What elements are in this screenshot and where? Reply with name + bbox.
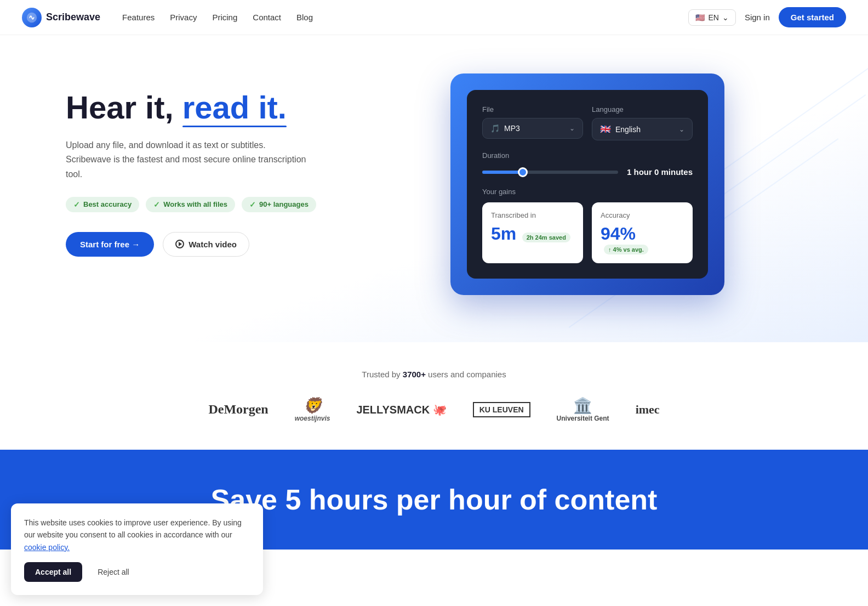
sign-in-button[interactable]: Sign in <box>745 13 770 22</box>
flag-icon: 🇺🇸 <box>695 13 705 22</box>
music-icon: 🎵 <box>490 124 500 133</box>
your-gains-label: Your gains <box>482 188 693 196</box>
accuracy-card: Accuracy 94% ↑ 4% vs avg. <box>592 202 693 263</box>
gains-row: Transcribed in 5m 2h 24m saved Accuracy … <box>482 202 693 263</box>
hero-title: Hear it, read it. <box>66 90 351 125</box>
language-field: Language 🇬🇧 English ⌄ <box>592 105 693 140</box>
nav-blog[interactable]: Blog <box>296 13 313 22</box>
cookie-message: This website uses cookies to improve use… <box>24 518 242 539</box>
badge-files: ✓ Works with all files <box>146 197 235 212</box>
lang-chevron-icon: ⌄ <box>679 126 684 133</box>
nav-features[interactable]: Features <box>122 13 155 22</box>
language-value: English <box>615 125 641 134</box>
ugent-logo: 🏛️ Universiteit Gent <box>557 397 609 422</box>
duration-label: Duration <box>482 151 693 160</box>
cookie-banner: This website uses cookies to improve use… <box>11 503 263 550</box>
imec-logo: imec <box>636 403 660 417</box>
transcribed-label: Transcribed in <box>491 211 574 219</box>
cookie-policy-link[interactable]: cookie policy. <box>24 543 70 550</box>
navbar: Scribewave Features Privacy Pricing Cont… <box>0 0 868 35</box>
lang-flag-icon: 🇬🇧 <box>600 124 611 134</box>
logo-text: Scribewave <box>46 12 100 23</box>
lang-label: EN <box>708 13 718 22</box>
hero-description: Upload any file, and download it as text… <box>66 138 307 182</box>
language-label: Language <box>592 105 693 114</box>
transcribed-card: Transcribed in 5m 2h 24m saved <box>482 202 583 263</box>
badge-languages: ✓ 90+ languages <box>242 197 316 212</box>
logo[interactable]: Scribewave <box>22 8 100 27</box>
check-icon-2: ✓ <box>153 200 160 209</box>
get-started-button[interactable]: Get started <box>779 7 846 27</box>
file-chevron-icon: ⌄ <box>569 124 575 132</box>
logos-row: DeMorgen 🦁 woestijnvis JELLYSMACK 🐙 KU L… <box>22 397 846 422</box>
slider-thumb <box>518 167 528 177</box>
language-select[interactable]: 🇬🇧 English ⌄ <box>592 118 693 140</box>
nav-contact[interactable]: Contact <box>253 13 281 22</box>
transcribed-value-row: 5m 2h 24m saved <box>491 224 574 244</box>
file-value: MP3 <box>504 124 520 133</box>
transcribed-value: 5m <box>491 224 516 243</box>
badge-accuracy: ✓ Best accuracy <box>66 197 139 212</box>
trusted-prefix: Trusted by <box>362 370 402 379</box>
check-icon: ✓ <box>73 200 80 209</box>
kuleuven-logo: KU LEUVEN <box>473 402 530 417</box>
duration-slider[interactable] <box>482 171 618 174</box>
hero-section: Hear it, read it. Upload any file, and d… <box>0 35 868 342</box>
woestijnvis-logo: 🦁 woestijnvis <box>295 397 330 422</box>
navbar-right: 🇺🇸 EN ⌄ Sign in Get started <box>688 7 846 27</box>
accuracy-badge: ↑ 4% vs avg. <box>604 245 648 254</box>
check-icon-3: ✓ <box>249 200 256 209</box>
duration-row: 1 hour 0 minutes <box>482 167 693 177</box>
watch-video-button[interactable]: Watch video <box>163 232 249 257</box>
badge-languages-text: 90+ languages <box>259 200 309 208</box>
navbar-left: Scribewave Features Privacy Pricing Cont… <box>22 8 313 27</box>
file-language-row: File 🎵 MP3 ⌄ Language <box>482 105 693 140</box>
accuracy-value-row: 94% ↑ 4% vs avg. <box>601 224 684 254</box>
slider-fill <box>482 171 523 174</box>
language-selector[interactable]: 🇺🇸 EN ⌄ <box>688 9 735 26</box>
trusted-count: 3700+ <box>403 370 426 379</box>
hero-right: File 🎵 MP3 ⌄ Language <box>351 68 824 295</box>
start-for-free-button[interactable]: Start for free → <box>66 232 154 257</box>
trusted-suffix: users and companies <box>426 370 506 379</box>
badge-files-text: Works with all files <box>163 200 227 208</box>
time-saved-badge: 2h 24m saved <box>522 233 570 242</box>
trusted-text: Trusted by 3700+ users and companies <box>22 370 846 379</box>
banner-text: Save 5 hours per hour of content <box>211 484 658 516</box>
nav-links: Features Privacy Pricing Contact Blog <box>122 13 313 22</box>
badge-accuracy-text: Best accuracy <box>83 200 132 208</box>
file-field: File 🎵 MP3 ⌄ <box>482 105 583 140</box>
accuracy-value: 94% <box>601 224 636 243</box>
logo-icon <box>22 8 42 27</box>
demorgen-logo: DeMorgen <box>208 402 268 417</box>
feature-badges: ✓ Best accuracy ✓ Works with all files ✓… <box>66 197 351 212</box>
ui-demo-wrapper: File 🎵 MP3 ⌄ Language <box>450 73 724 295</box>
nav-pricing[interactable]: Pricing <box>212 13 237 22</box>
lang-select-left: 🇬🇧 English <box>600 124 641 134</box>
file-select[interactable]: 🎵 MP3 ⌄ <box>482 118 583 139</box>
file-select-left: 🎵 MP3 <box>490 124 520 133</box>
file-label: File <box>482 105 583 114</box>
hero-actions: Start for free → Watch video <box>66 232 351 257</box>
watch-btn-label: Watch video <box>189 240 237 249</box>
hero-content: Hear it, read it. Upload any file, and d… <box>66 68 824 295</box>
hero-left: Hear it, read it. Upload any file, and d… <box>66 68 351 295</box>
chevron-down-icon: ⌄ <box>722 13 729 22</box>
play-icon <box>175 240 184 248</box>
hero-title-accent: read it. <box>182 89 287 125</box>
duration-section: Duration 1 hour 0 minutes <box>482 151 693 177</box>
hero-title-part1: Hear it, <box>66 89 182 125</box>
jellysmack-logo: JELLYSMACK 🐙 <box>356 403 446 416</box>
ui-demo-card: File 🎵 MP3 ⌄ Language <box>467 90 708 279</box>
trusted-section: Trusted by 3700+ users and companies DeM… <box>0 342 868 444</box>
cookie-text: This website uses cookies to improve use… <box>24 517 250 550</box>
duration-value: 1 hour 0 minutes <box>627 167 693 177</box>
accuracy-label: Accuracy <box>601 211 684 219</box>
nav-privacy[interactable]: Privacy <box>170 13 197 22</box>
